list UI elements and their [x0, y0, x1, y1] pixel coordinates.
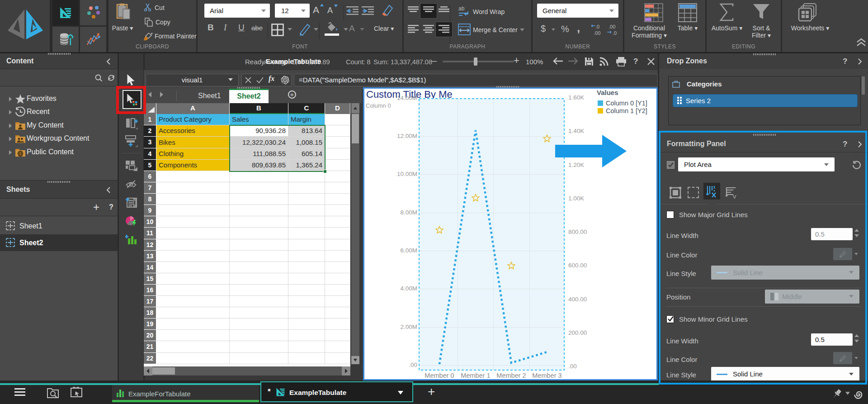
- svg-text:.00: .00: [609, 24, 615, 29]
- svg-text:.00: .00: [594, 30, 600, 36]
- svg-text:.0: .0: [595, 24, 599, 29]
- svg-text:.0: .0: [613, 30, 617, 36]
- svg-text:ab: ab: [458, 5, 465, 12]
